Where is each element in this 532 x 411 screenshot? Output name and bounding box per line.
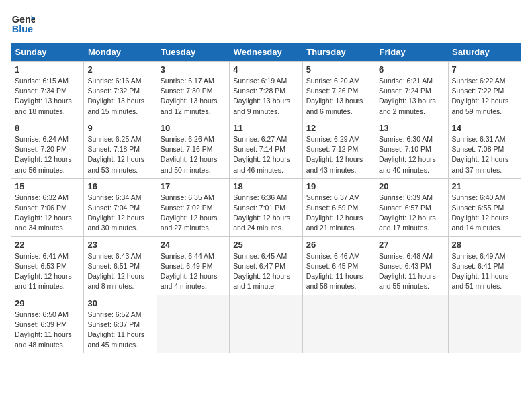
calendar-cell — [302, 295, 375, 353]
calendar-cell: 5Sunrise: 6:20 AMSunset: 7:26 PMDaylight… — [302, 62, 375, 120]
day-number: 21 — [452, 181, 517, 191]
calendar-cell: 17Sunrise: 6:35 AMSunset: 7:02 PMDayligh… — [157, 178, 229, 236]
calendar-cell: 29Sunrise: 6:50 AMSunset: 6:39 PMDayligh… — [11, 295, 84, 353]
calendar-cell: 9Sunrise: 6:25 AMSunset: 7:18 PMDaylight… — [84, 120, 157, 178]
day-info: Sunrise: 6:37 AMSunset: 6:59 PMDaylight:… — [306, 193, 371, 234]
day-info: Sunrise: 6:20 AMSunset: 7:26 PMDaylight:… — [306, 76, 371, 117]
calendar-cell: 14Sunrise: 6:31 AMSunset: 7:08 PMDayligh… — [448, 120, 521, 178]
day-number: 23 — [87, 240, 152, 250]
day-info: Sunrise: 6:45 AMSunset: 6:47 PMDaylight:… — [233, 251, 298, 292]
calendar-cell: 3Sunrise: 6:17 AMSunset: 7:30 PMDaylight… — [157, 62, 229, 120]
calendar-cell — [230, 295, 302, 353]
day-info: Sunrise: 6:32 AMSunset: 7:06 PMDaylight:… — [15, 193, 80, 234]
day-number: 28 — [452, 240, 517, 250]
calendar-week-1: 1Sunrise: 6:15 AMSunset: 7:34 PMDaylight… — [11, 62, 521, 120]
calendar-week-5: 29Sunrise: 6:50 AMSunset: 6:39 PMDayligh… — [11, 295, 521, 353]
calendar-cell: 6Sunrise: 6:21 AMSunset: 7:24 PMDaylight… — [375, 62, 448, 120]
day-info: Sunrise: 6:50 AMSunset: 6:39 PMDaylight:… — [15, 310, 80, 351]
logo-icon: General Blue — [11, 11, 35, 35]
weekday-header-wednesday: Wednesday — [230, 43, 302, 62]
calendar-cell: 15Sunrise: 6:32 AMSunset: 7:06 PMDayligh… — [11, 178, 84, 236]
calendar-cell: 23Sunrise: 6:43 AMSunset: 6:51 PMDayligh… — [84, 236, 157, 295]
day-number: 24 — [161, 240, 226, 250]
weekday-header-friday: Friday — [375, 43, 448, 62]
day-number: 19 — [306, 181, 371, 191]
day-info: Sunrise: 6:44 AMSunset: 6:49 PMDaylight:… — [161, 251, 226, 292]
weekday-header-saturday: Saturday — [448, 43, 521, 62]
day-info: Sunrise: 6:15 AMSunset: 7:34 PMDaylight:… — [15, 76, 80, 117]
day-number: 17 — [161, 181, 226, 191]
day-info: Sunrise: 6:21 AMSunset: 7:24 PMDaylight:… — [379, 76, 444, 117]
calendar-week-4: 22Sunrise: 6:41 AMSunset: 6:53 PMDayligh… — [11, 236, 521, 295]
day-number: 11 — [233, 123, 298, 133]
day-info: Sunrise: 6:24 AMSunset: 7:20 PMDaylight:… — [15, 134, 80, 175]
calendar-cell: 4Sunrise: 6:19 AMSunset: 7:28 PMDaylight… — [230, 62, 302, 120]
day-info: Sunrise: 6:17 AMSunset: 7:30 PMDaylight:… — [161, 76, 226, 117]
calendar-cell: 24Sunrise: 6:44 AMSunset: 6:49 PMDayligh… — [157, 236, 229, 295]
calendar-cell: 2Sunrise: 6:16 AMSunset: 7:32 PMDaylight… — [84, 62, 157, 120]
day-number: 14 — [452, 123, 517, 133]
weekday-header-monday: Monday — [84, 43, 157, 62]
day-info: Sunrise: 6:30 AMSunset: 7:10 PMDaylight:… — [379, 134, 444, 175]
day-number: 6 — [379, 64, 444, 75]
day-info: Sunrise: 6:41 AMSunset: 6:53 PMDaylight:… — [15, 251, 80, 292]
day-number: 4 — [233, 64, 298, 75]
day-info: Sunrise: 6:16 AMSunset: 7:32 PMDaylight:… — [87, 76, 152, 117]
logo: General Blue — [11, 11, 38, 35]
day-info: Sunrise: 6:22 AMSunset: 7:22 PMDaylight:… — [452, 76, 517, 117]
day-info: Sunrise: 6:46 AMSunset: 6:45 PMDaylight:… — [306, 251, 371, 292]
day-number: 30 — [87, 298, 152, 308]
calendar-cell — [375, 295, 448, 353]
calendar-cell: 16Sunrise: 6:34 AMSunset: 7:04 PMDayligh… — [84, 178, 157, 236]
day-number: 18 — [233, 181, 298, 191]
calendar-week-2: 8Sunrise: 6:24 AMSunset: 7:20 PMDaylight… — [11, 120, 521, 178]
day-number: 29 — [15, 298, 80, 308]
calendar-cell: 19Sunrise: 6:37 AMSunset: 6:59 PMDayligh… — [302, 178, 375, 236]
calendar-cell: 21Sunrise: 6:40 AMSunset: 6:55 PMDayligh… — [448, 178, 521, 236]
calendar-cell: 12Sunrise: 6:29 AMSunset: 7:12 PMDayligh… — [302, 120, 375, 178]
calendar-cell: 10Sunrise: 6:26 AMSunset: 7:16 PMDayligh… — [157, 120, 229, 178]
day-info: Sunrise: 6:48 AMSunset: 6:43 PMDaylight:… — [379, 251, 444, 292]
day-number: 25 — [233, 240, 298, 250]
calendar-cell: 28Sunrise: 6:49 AMSunset: 6:41 PMDayligh… — [448, 236, 521, 295]
day-number: 3 — [161, 64, 226, 75]
calendar-cell: 26Sunrise: 6:46 AMSunset: 6:45 PMDayligh… — [302, 236, 375, 295]
day-info: Sunrise: 6:25 AMSunset: 7:18 PMDaylight:… — [87, 134, 152, 175]
calendar-cell: 25Sunrise: 6:45 AMSunset: 6:47 PMDayligh… — [230, 236, 302, 295]
day-info: Sunrise: 6:26 AMSunset: 7:16 PMDaylight:… — [161, 134, 226, 175]
day-info: Sunrise: 6:40 AMSunset: 6:55 PMDaylight:… — [452, 193, 517, 234]
day-info: Sunrise: 6:27 AMSunset: 7:14 PMDaylight:… — [233, 134, 298, 175]
day-number: 22 — [15, 240, 80, 250]
day-info: Sunrise: 6:31 AMSunset: 7:08 PMDaylight:… — [452, 134, 517, 175]
day-number: 7 — [452, 64, 517, 75]
day-number: 16 — [87, 181, 152, 191]
day-number: 1 — [15, 64, 80, 75]
day-number: 2 — [87, 64, 152, 75]
calendar-week-3: 15Sunrise: 6:32 AMSunset: 7:06 PMDayligh… — [11, 178, 521, 236]
calendar-cell: 1Sunrise: 6:15 AMSunset: 7:34 PMDaylight… — [11, 62, 84, 120]
calendar-cell — [448, 295, 521, 353]
day-number: 13 — [379, 123, 444, 133]
day-number: 15 — [15, 181, 80, 191]
calendar-cell: 30Sunrise: 6:52 AMSunset: 6:37 PMDayligh… — [84, 295, 157, 353]
weekday-header-tuesday: Tuesday — [157, 43, 229, 62]
day-number: 9 — [87, 123, 152, 133]
day-info: Sunrise: 6:39 AMSunset: 6:57 PMDaylight:… — [379, 193, 444, 234]
day-number: 8 — [15, 123, 80, 133]
svg-text:Blue: Blue — [12, 24, 33, 34]
calendar-cell: 11Sunrise: 6:27 AMSunset: 7:14 PMDayligh… — [230, 120, 302, 178]
day-info: Sunrise: 6:29 AMSunset: 7:12 PMDaylight:… — [306, 134, 371, 175]
day-info: Sunrise: 6:36 AMSunset: 7:01 PMDaylight:… — [233, 193, 298, 234]
calendar-cell: 8Sunrise: 6:24 AMSunset: 7:20 PMDaylight… — [11, 120, 84, 178]
day-info: Sunrise: 6:34 AMSunset: 7:04 PMDaylight:… — [87, 193, 152, 234]
day-number: 27 — [379, 240, 444, 250]
calendar-cell: 7Sunrise: 6:22 AMSunset: 7:22 PMDaylight… — [448, 62, 521, 120]
day-number: 20 — [379, 181, 444, 191]
calendar-cell — [157, 295, 229, 353]
day-info: Sunrise: 6:49 AMSunset: 6:41 PMDaylight:… — [452, 251, 517, 292]
day-number: 26 — [306, 240, 371, 250]
day-number: 10 — [161, 123, 226, 133]
page-header: General Blue — [11, 11, 521, 35]
weekday-header-thursday: Thursday — [302, 43, 375, 62]
calendar-cell: 20Sunrise: 6:39 AMSunset: 6:57 PMDayligh… — [375, 178, 448, 236]
